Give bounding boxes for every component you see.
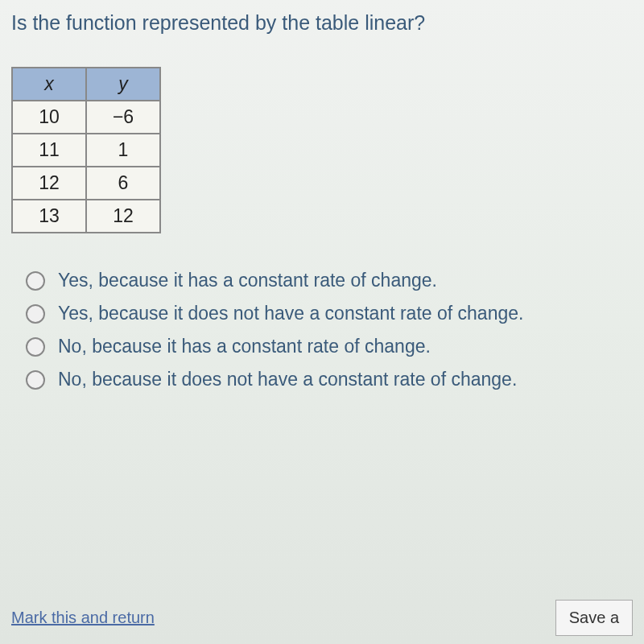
radio-icon[interactable]	[26, 304, 45, 324]
table-header-row: x y	[12, 68, 160, 101]
option-1[interactable]: Yes, because it has a constant rate of c…	[26, 270, 633, 291]
cell-y: 1	[86, 134, 160, 167]
data-table: x y 10 −6 11 1 12 6 13 12	[11, 67, 161, 233]
option-4[interactable]: No, because it does not have a constant …	[26, 369, 633, 390]
cell-x: 10	[12, 101, 86, 134]
table-row: 12 6	[12, 167, 160, 200]
cell-x: 13	[12, 200, 86, 233]
option-label: Yes, because it has a constant rate of c…	[58, 270, 437, 291]
options-group: Yes, because it has a constant rate of c…	[26, 270, 633, 390]
cell-x: 12	[12, 167, 86, 200]
table-row: 13 12	[12, 200, 160, 233]
option-label: Yes, because it does not have a constant…	[58, 303, 523, 324]
option-label: No, because it has a constant rate of ch…	[58, 336, 431, 357]
cell-y: −6	[86, 101, 160, 134]
radio-icon[interactable]	[26, 337, 45, 357]
bottom-bar: Mark this and return Save a	[11, 600, 633, 636]
option-2[interactable]: Yes, because it does not have a constant…	[26, 303, 633, 324]
header-x: x	[12, 68, 86, 101]
cell-y: 6	[86, 167, 160, 200]
table-row: 10 −6	[12, 101, 160, 134]
header-y: y	[86, 68, 160, 101]
option-label: No, because it does not have a constant …	[58, 369, 517, 390]
option-3[interactable]: No, because it has a constant rate of ch…	[26, 336, 633, 357]
cell-y: 12	[86, 200, 160, 233]
cell-x: 11	[12, 134, 86, 167]
save-button[interactable]: Save a	[555, 600, 633, 636]
table-row: 11 1	[12, 134, 160, 167]
radio-icon[interactable]	[26, 271, 45, 291]
question-text: Is the function represented by the table…	[11, 11, 633, 35]
mark-return-link[interactable]: Mark this and return	[11, 609, 155, 627]
radio-icon[interactable]	[26, 370, 45, 390]
